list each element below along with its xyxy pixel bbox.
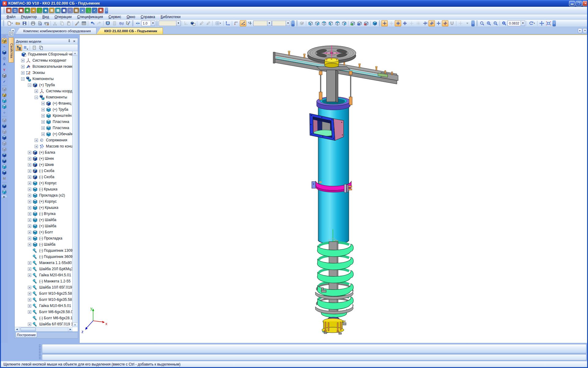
snap-point-button[interactable]: [457, 20, 464, 26]
minimize-button[interactable]: ▬: [569, 1, 575, 6]
menu-операции[interactable]: Операции: [52, 14, 74, 19]
solid-edit-cube-icon[interactable]: [2, 38, 7, 44]
toolbar-grip[interactable]: [132, 21, 134, 26]
y-coord-combo-dropdown-icon[interactable]: ▼: [286, 21, 290, 26]
expand-icon[interactable]: +: [35, 145, 38, 148]
library-check-doc-icon[interactable]: ✓: [92, 8, 97, 13]
saved-view-button[interactable]: [299, 20, 305, 26]
expand-icon[interactable]: +: [41, 126, 45, 130]
quad-gray-icon[interactable]: [2, 117, 7, 123]
toolbar-overflow-button[interactable]: »: [291, 20, 295, 26]
m-tool-icon[interactable]: M: [2, 176, 7, 181]
rotate-view-button[interactable]: ▾: [527, 20, 536, 26]
expand-icon[interactable]: +: [28, 267, 31, 271]
tree-horizontal-scrollbar[interactable]: ◀ ▶: [15, 327, 73, 332]
snap-normal-button[interactable]: [442, 20, 448, 26]
snap-quadrant-button[interactable]: [408, 20, 415, 26]
tree-item--фланец[interactable]: +(+) Фланец: [15, 100, 72, 106]
zoom-value-combo[interactable]: 0.0832▼: [507, 21, 525, 26]
wedge2-icon[interactable]: [2, 152, 7, 158]
pencil-tool-button[interactable]: [198, 20, 205, 26]
step-value-combo[interactable]: 1.0▼: [141, 21, 155, 26]
redo-button[interactable]: [96, 20, 102, 26]
properties-vertical-tab[interactable]: Свойства: [9, 37, 14, 63]
square-gray-icon[interactable]: [2, 129, 7, 135]
snap-angle-button[interactable]: [422, 20, 428, 26]
laptop-gray-icon[interactable]: [2, 147, 7, 152]
snap-center-button[interactable]: [401, 20, 408, 26]
toolbar-overflow-button[interactable]: »: [471, 20, 475, 26]
tree-item-эскизы[interactable]: +Эскизы: [15, 70, 72, 76]
copy-properties-button[interactable]: [74, 20, 80, 26]
property-panel-grip[interactable]: [39, 345, 41, 360]
sheet-cube-button[interactable]: [190, 20, 196, 26]
expand-icon[interactable]: +: [28, 218, 31, 222]
tree-item--корпус[interactable]: +(+) Корпус: [15, 180, 72, 186]
tree-structure-button[interactable]: [16, 45, 22, 51]
expand-icon[interactable]: +: [28, 188, 31, 191]
menu-вид[interactable]: Вид: [40, 14, 51, 19]
view-bottom-button[interactable]: [327, 20, 334, 26]
expand-icon[interactable]: +: [28, 200, 31, 203]
library-green-up-icon[interactable]: ↑: [37, 8, 42, 13]
library-teal-docs-icon[interactable]: ▧: [55, 8, 61, 13]
tree-item-root[interactable]: Подъемник Сборочный чертеж: [15, 51, 72, 57]
toolbar-grip[interactable]: [3, 21, 4, 26]
toolbar-grip[interactable]: [379, 21, 380, 26]
tabs-close-button[interactable]: ✕: [583, 28, 587, 33]
cut-button[interactable]: [52, 20, 58, 26]
tree-item-пластина[interactable]: +Пластина: [15, 125, 72, 131]
tree-item--труба[interactable]: +(+) Труба: [15, 106, 72, 113]
tree-item--крышка[interactable]: +(+) Крышка: [15, 205, 72, 211]
pattern-blue-icon[interactable]: [2, 170, 7, 175]
build-tab[interactable]: Построение: [16, 332, 37, 338]
expand-icon[interactable]: +: [28, 157, 31, 160]
expand-icon[interactable]: +: [28, 231, 31, 234]
library-chat-icon[interactable]: ●: [80, 8, 85, 13]
undo-button[interactable]: [89, 20, 96, 26]
fx-button[interactable]: f(x): [118, 20, 124, 26]
menu-окно[interactable]: Окно: [124, 14, 138, 19]
menu-сервис[interactable]: Сервис: [106, 14, 123, 19]
expand-icon[interactable]: +: [28, 224, 31, 228]
panel-grip[interactable]: [3, 35, 6, 37]
expand-icon[interactable]: +: [28, 286, 31, 289]
folder-yellow-icon[interactable]: [2, 92, 7, 98]
tree-item-гайка-м10-6н-5-01[interactable]: +Гайка М10-6Н.5.01: [15, 303, 72, 309]
layer-combo-dropdown-icon[interactable]: ▼: [176, 21, 180, 26]
tree-item-шайба-10л-65г-019[interactable]: +Шайба 10Л 65Г.019: [15, 284, 72, 290]
library-brown-box-icon[interactable]: ▦: [18, 8, 24, 13]
copy-button[interactable]: [58, 20, 65, 26]
tree-item--подшипник-1309[interactable]: (-) Подшипник 1309: [15, 247, 72, 254]
library-orange-arrow-icon[interactable]: ➜: [31, 8, 36, 13]
menu-редактор[interactable]: Редактор: [19, 14, 40, 19]
filter-y-icon[interactable]: Y: [2, 67, 7, 73]
tree-item--шайба[interactable]: +(+) Шайба: [15, 217, 72, 223]
tree-item-манжета-1-1-55х80[interactable]: +Манжета 1.1-55х80: [15, 260, 72, 266]
tree-item--труба[interactable]: −(+) Труба: [15, 82, 72, 88]
tree-item-болт-м10-6gх25-58[interactable]: +Болт М10-6gх25.58: [15, 290, 72, 297]
expand-icon[interactable]: +: [28, 304, 31, 308]
graphics-viewport[interactable]: y х z: [79, 34, 587, 343]
snap-magnet-button[interactable]: [449, 20, 455, 26]
expand-icon[interactable]: +: [41, 108, 45, 111]
expand-icon[interactable]: +: [28, 310, 31, 314]
tree-item-компоненты[interactable]: −Компоненты: [15, 94, 72, 100]
box-blue-icon[interactable]: [2, 158, 7, 164]
circle-gray-icon[interactable]: [2, 141, 7, 146]
measure-a-icon[interactable]: A: [2, 61, 7, 67]
spline-icon[interactable]: ~: [2, 44, 7, 49]
tree-item--болт[interactable]: +(+) Болт: [15, 229, 72, 235]
tree-item-кронштейн[interactable]: +Кронштейн: [15, 113, 72, 119]
tree-item-системы-координат[interactable]: +Системы координат: [15, 88, 72, 94]
toolbar-grip[interactable]: [3, 8, 5, 13]
ortho-mode-button[interactable]: [233, 20, 239, 26]
tree-item-пластина[interactable]: +Пластина: [15, 119, 72, 125]
tree-item--крышка[interactable]: +(-) Крышка: [15, 186, 72, 192]
tree-item-шайба-6л-65г-019-1[interactable]: +Шайба 6Л 65Г.019 1: [15, 321, 72, 327]
tree-item--шнек[interactable]: +(+) Шнек: [15, 155, 72, 162]
expand-icon[interactable]: +: [28, 237, 31, 240]
mate-clip-icon[interactable]: @: [2, 56, 7, 61]
tree-doc-button[interactable]: [31, 45, 37, 51]
document-tab-2[interactable]: ККО 21.02.000 СБ - Подъемник: [96, 28, 163, 34]
